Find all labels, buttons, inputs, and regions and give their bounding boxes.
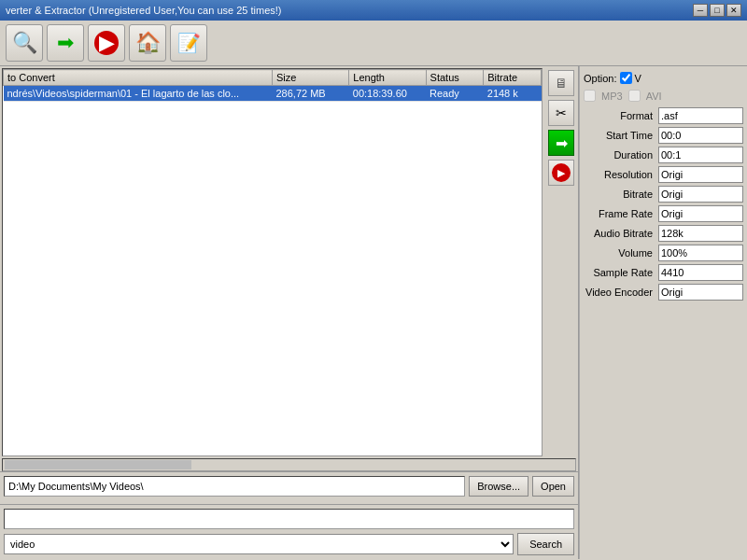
search-tool-btn[interactable]: 🔍 [6, 24, 43, 62]
title-bar: verter & Extractor (Unregistered User,Yo… [0, 0, 747, 21]
play-icon: ▶ [94, 31, 119, 55]
search-select[interactable]: video [4, 534, 514, 554]
search-tool-icon: 🔍 [12, 31, 37, 55]
side-buttons: 🖥 ✂ ➡ ▶ [544, 66, 578, 458]
col-status: Status [426, 70, 484, 86]
output-area: Browse... Open [0, 471, 578, 504]
file-bitrate: 2148 k [484, 86, 542, 102]
home-icon: 🏠 [135, 31, 161, 55]
resolution-label: Resolution [584, 169, 658, 180]
start-time-label: Start Time [584, 130, 658, 141]
format-value[interactable] [658, 107, 743, 124]
option-header: Option: V [584, 72, 743, 84]
prop-sample-rate: Sample Rate [584, 264, 743, 281]
prop-volume: Volume [584, 245, 743, 261]
volume-label: Volume [584, 247, 658, 259]
bitrate-value[interactable] [658, 186, 743, 203]
edit-btn[interactable]: 📝 [170, 24, 207, 62]
edit-icon: 📝 [177, 32, 201, 54]
file-name: ndrés\Videos\spiderman\01 - El lagarto d… [4, 86, 273, 102]
option-label: Option: [584, 73, 616, 84]
frame-rate-label: Frame Rate [584, 208, 658, 219]
play-btn[interactable]: ▶ [88, 24, 125, 62]
file-list-area: to Convert Size Length Status Bitrate nd… [0, 66, 578, 458]
volume-value[interactable] [658, 245, 743, 261]
video-encoder-label: Video Encoder [584, 287, 658, 298]
prop-audio-bitrate: Audio Bitrate [584, 225, 743, 242]
main-container: to Convert Size Length Status Bitrate nd… [0, 66, 747, 559]
maximize-btn[interactable]: □ [710, 4, 725, 17]
avi-checkbox [628, 90, 641, 102]
search-area: video Search [0, 504, 578, 559]
output-path-input[interactable] [4, 476, 465, 497]
prop-start-time: Start Time [584, 127, 743, 144]
scissors-side-btn[interactable]: ✂ [548, 100, 574, 126]
col-bitrate: Bitrate [484, 70, 542, 86]
prop-duration: Duration [584, 147, 743, 163]
file-status: Ready [426, 86, 484, 102]
add-icon: ➡ [57, 31, 74, 55]
table-row[interactable]: ndrés\Videos\spiderman\01 - El lagarto d… [4, 86, 542, 102]
file-list[interactable]: to Convert Size Length Status Bitrate nd… [2, 68, 543, 456]
frame-rate-value[interactable] [658, 205, 743, 222]
left-panel: to Convert Size Length Status Bitrate nd… [0, 66, 579, 559]
close-btn[interactable]: ✕ [726, 4, 741, 17]
search-input-row: video Search [4, 533, 574, 555]
format-label: Format [584, 110, 658, 121]
sample-rate-label: Sample Rate [584, 267, 658, 278]
audio-bitrate-label: Audio Bitrate [584, 228, 658, 239]
avi-label: AVI [646, 91, 662, 102]
audio-bitrate-value[interactable] [658, 225, 743, 242]
search-results-area [4, 509, 574, 529]
prop-resolution: Resolution [584, 166, 743, 183]
sample-rate-value[interactable] [658, 264, 743, 281]
file-length: 00:18:39.60 [349, 86, 426, 102]
option-v-label: V [634, 73, 641, 84]
mp3-checkbox [584, 90, 596, 102]
duration-label: Duration [584, 149, 658, 161]
col-size: Size [273, 70, 349, 86]
col-name: to Convert [4, 70, 273, 86]
output-row: Browse... Open [4, 476, 574, 497]
prop-frame-rate: Frame Rate [584, 205, 743, 222]
duration-value[interactable] [658, 147, 743, 163]
prop-format: Format [584, 107, 743, 124]
monitor-side-btn[interactable]: 🖥 [548, 70, 574, 96]
start-time-value[interactable] [658, 127, 743, 144]
title-text: verter & Extractor (Unregistered User,Yo… [6, 5, 282, 16]
video-encoder-value[interactable] [658, 284, 743, 301]
scissors-icon: ✂ [556, 105, 567, 120]
prop-bitrate: Bitrate [584, 186, 743, 203]
add-file-btn[interactable]: ➡ [47, 24, 84, 62]
browse-button[interactable]: Browse... [469, 476, 529, 497]
file-table: to Convert Size Length Status Bitrate nd… [3, 69, 542, 102]
format-checkboxes: MP3 AVI [584, 90, 743, 102]
right-panel: Option: V MP3 AVI Format Start Time Dura… [579, 66, 747, 559]
search-button[interactable]: Search [517, 533, 574, 555]
open-button[interactable]: Open [532, 476, 574, 497]
prop-video-encoder: Video Encoder [584, 284, 743, 301]
bitrate-label: Bitrate [584, 189, 658, 200]
home-btn[interactable]: 🏠 [129, 24, 166, 62]
mp3-label: MP3 [601, 91, 623, 102]
minimize-btn[interactable]: ─ [693, 4, 708, 17]
arrow-right-icon: ➡ [556, 134, 568, 152]
arrow-right-side-btn[interactable]: ➡ [548, 130, 574, 156]
monitor-icon: 🖥 [555, 76, 568, 91]
option-checkbox[interactable] [620, 72, 632, 84]
window-controls: ─ □ ✕ [693, 4, 741, 17]
play-side-btn[interactable]: ▶ [548, 160, 574, 186]
toolbar: 🔍 ➡ ▶ 🏠 📝 [0, 21, 747, 66]
file-size: 286,72 MB [273, 86, 349, 102]
horizontal-scrollbar[interactable] [2, 458, 576, 471]
resolution-value[interactable] [658, 166, 743, 183]
col-length: Length [349, 70, 426, 86]
play-small-icon: ▶ [552, 163, 571, 182]
